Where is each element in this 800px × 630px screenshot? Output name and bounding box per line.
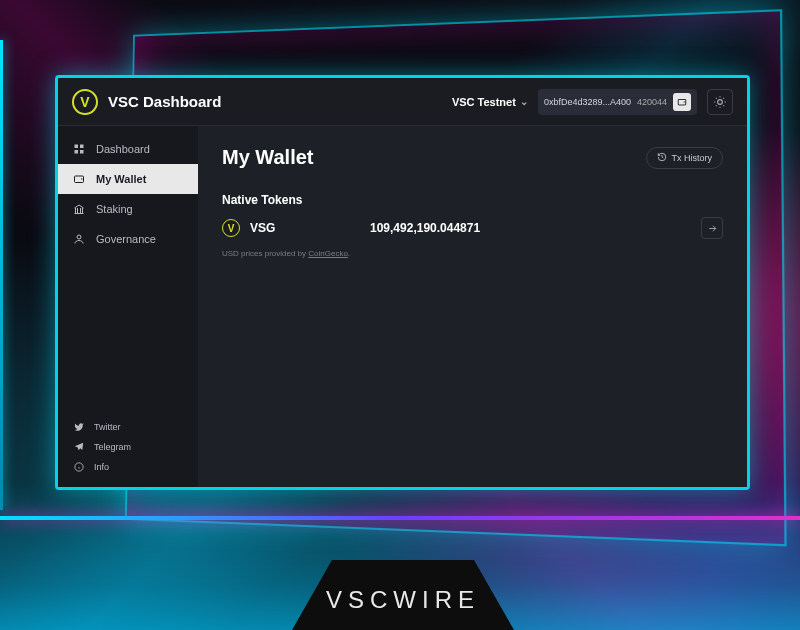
network-selector[interactable]: VSC Testnet ⌄ xyxy=(452,96,528,108)
section-title: Native Tokens xyxy=(222,193,723,207)
grid-icon xyxy=(72,143,86,155)
sidebar-link-label: Telegram xyxy=(94,442,131,452)
sidebar-item-staking[interactable]: Staking xyxy=(58,194,198,224)
telegram-icon xyxy=(72,442,86,452)
address-text: 0xbfDe4d3289...A400 xyxy=(544,97,631,107)
chevron-down-icon: ⌄ xyxy=(520,96,528,107)
wallet-address-pill[interactable]: 0xbfDe4d3289...A400 420044 xyxy=(538,89,697,115)
brand-banner: VSCWIRE xyxy=(292,560,514,630)
page-header: My Wallet Tx History xyxy=(222,146,723,169)
sidebar-item-label: My Wallet xyxy=(96,173,146,185)
sidebar-link-info[interactable]: Info xyxy=(58,457,198,477)
footnote-suffix: . xyxy=(348,249,350,258)
sidebar-link-label: Twitter xyxy=(94,422,121,432)
body-area: Dashboard My Wallet Staking Governance xyxy=(58,126,747,487)
sidebar-link-twitter[interactable]: Twitter xyxy=(58,417,198,437)
token-symbol: VSG xyxy=(250,221,360,235)
topbar: V VSC Dashboard VSC Testnet ⌄ 0xbfDe4d32… xyxy=(58,78,747,126)
sidebar-item-governance[interactable]: Governance xyxy=(58,224,198,254)
wallet-icon xyxy=(72,173,86,185)
network-label: VSC Testnet xyxy=(452,96,516,108)
theme-toggle-button[interactable] xyxy=(707,89,733,115)
balance-badge: 420044 xyxy=(637,97,667,107)
sidebar-item-label: Staking xyxy=(96,203,133,215)
bank-icon xyxy=(72,203,86,215)
sidebar-item-label: Dashboard xyxy=(96,143,150,155)
footnote-prefix: USD prices provided by xyxy=(222,249,308,258)
neon-edge-left xyxy=(0,40,3,510)
brand-text: VSCWIRE xyxy=(326,586,480,614)
sidebar-item-dashboard[interactable]: Dashboard xyxy=(58,134,198,164)
send-button[interactable] xyxy=(701,217,723,239)
clock-icon xyxy=(657,152,667,164)
tx-history-button[interactable]: Tx History xyxy=(646,147,724,169)
twitter-icon xyxy=(72,422,86,432)
svg-rect-5 xyxy=(80,150,84,154)
wallet-icon xyxy=(673,93,691,111)
info-icon xyxy=(72,462,86,472)
token-logo: V xyxy=(222,219,240,237)
footnote-link[interactable]: CoinGecko xyxy=(308,249,348,258)
sidebar-item-my-wallet[interactable]: My Wallet xyxy=(58,164,198,194)
token-row: V VSG 109,492,190.044871 xyxy=(222,217,723,239)
svg-rect-2 xyxy=(75,145,79,149)
sidebar-link-telegram[interactable]: Telegram xyxy=(58,437,198,457)
sidebar-item-label: Governance xyxy=(96,233,156,245)
price-footnote: USD prices provided by CoinGecko. xyxy=(222,249,723,258)
tx-history-label: Tx History xyxy=(672,153,713,163)
sidebar-link-label: Info xyxy=(94,462,109,472)
topbar-right: VSC Testnet ⌄ 0xbfDe4d3289...A400 420044 xyxy=(452,89,733,115)
app-logo: V xyxy=(72,89,98,115)
svg-rect-4 xyxy=(75,150,79,154)
user-icon xyxy=(72,233,86,245)
svg-point-7 xyxy=(77,235,81,239)
sidebar-bottom: Twitter Telegram Info xyxy=(58,417,198,487)
page-title: My Wallet xyxy=(222,146,314,169)
token-amount: 109,492,190.044871 xyxy=(370,221,691,235)
svg-point-1 xyxy=(718,99,723,104)
main-content: My Wallet Tx History Native Tokens V VSG… xyxy=(198,126,747,487)
sidebar: Dashboard My Wallet Staking Governance xyxy=(58,126,198,487)
app-window: V VSC Dashboard VSC Testnet ⌄ 0xbfDe4d32… xyxy=(55,75,750,490)
app-title: VSC Dashboard xyxy=(108,93,221,110)
svg-rect-3 xyxy=(80,145,84,149)
